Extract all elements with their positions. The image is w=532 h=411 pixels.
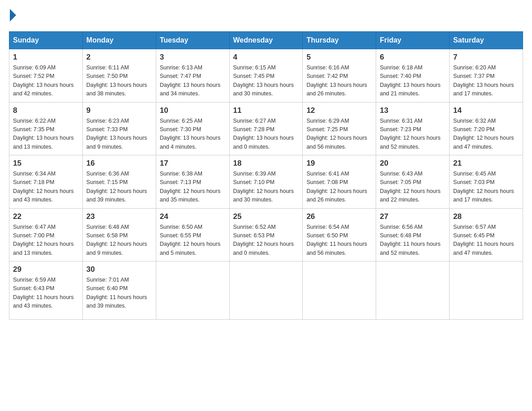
day-number: 28 <box>453 212 519 221</box>
day-info: Sunrise: 6:34 AMSunset: 7:18 PMDaylight:… <box>13 171 74 203</box>
day-number: 20 <box>380 159 446 168</box>
calendar-week-row: 8 Sunrise: 6:22 AMSunset: 7:35 PMDayligh… <box>9 102 523 155</box>
day-number: 22 <box>13 212 79 221</box>
day-info: Sunrise: 6:13 AMSunset: 7:47 PMDaylight:… <box>160 64 221 97</box>
calendar-day-cell: 3 Sunrise: 6:13 AMSunset: 7:47 PMDayligh… <box>156 49 229 103</box>
calendar-day-header: Sunday <box>9 32 83 49</box>
calendar-table: SundayMondayTuesdayWednesdayThursdayFrid… <box>9 31 523 320</box>
day-number: 18 <box>233 159 299 168</box>
day-info: Sunrise: 6:27 AMSunset: 7:28 PMDaylight:… <box>233 118 294 150</box>
day-info: Sunrise: 6:36 AMSunset: 7:15 PMDaylight:… <box>86 171 147 203</box>
calendar-day-cell: 24 Sunrise: 6:50 AMSunset: 6:55 PMDaylig… <box>156 208 229 261</box>
calendar-header-row: SundayMondayTuesdayWednesdayThursdayFrid… <box>9 32 523 49</box>
calendar-day-cell: 10 Sunrise: 6:25 AMSunset: 7:30 PMDaylig… <box>156 102 229 155</box>
calendar-day-header: Tuesday <box>156 32 229 49</box>
day-number: 9 <box>86 106 152 115</box>
calendar-day-cell <box>376 261 450 320</box>
calendar-day-cell: 21 Sunrise: 6:45 AMSunset: 7:03 PMDaylig… <box>450 155 523 209</box>
day-number: 30 <box>86 265 152 274</box>
day-info: Sunrise: 7:01 AMSunset: 6:40 PMDaylight:… <box>86 277 147 309</box>
calendar-week-row: 1 Sunrise: 6:09 AMSunset: 7:52 PMDayligh… <box>9 49 523 103</box>
calendar-day-cell: 27 Sunrise: 6:56 AMSunset: 6:48 PMDaylig… <box>376 208 450 261</box>
day-number: 29 <box>13 265 79 274</box>
calendar-day-cell: 2 Sunrise: 6:11 AMSunset: 7:50 PMDayligh… <box>82 49 156 103</box>
day-info: Sunrise: 6:54 AMSunset: 6:50 PMDaylight:… <box>306 224 367 256</box>
calendar-day-cell: 20 Sunrise: 6:43 AMSunset: 7:05 PMDaylig… <box>376 155 450 209</box>
day-number: 13 <box>380 106 446 115</box>
calendar-week-row: 15 Sunrise: 6:34 AMSunset: 7:18 PMDaylig… <box>9 155 523 209</box>
day-info: Sunrise: 6:59 AMSunset: 6:43 PMDaylight:… <box>13 277 74 309</box>
day-info: Sunrise: 6:22 AMSunset: 7:35 PMDaylight:… <box>13 118 74 150</box>
calendar-day-cell <box>156 261 229 320</box>
day-number: 23 <box>86 212 152 221</box>
calendar-day-cell: 22 Sunrise: 6:47 AMSunset: 7:00 PMDaylig… <box>9 208 83 261</box>
calendar-day-header: Thursday <box>303 32 376 49</box>
calendar-day-cell: 12 Sunrise: 6:29 AMSunset: 7:25 PMDaylig… <box>303 102 376 155</box>
calendar-day-cell: 5 Sunrise: 6:16 AMSunset: 7:42 PMDayligh… <box>303 49 376 103</box>
calendar-day-cell: 30 Sunrise: 7:01 AMSunset: 6:40 PMDaylig… <box>82 261 156 320</box>
calendar-day-cell: 1 Sunrise: 6:09 AMSunset: 7:52 PMDayligh… <box>9 49 83 103</box>
day-number: 14 <box>453 106 519 115</box>
day-info: Sunrise: 6:18 AMSunset: 7:40 PMDaylight:… <box>380 64 441 97</box>
calendar-day-cell: 7 Sunrise: 6:20 AMSunset: 7:37 PMDayligh… <box>450 49 523 103</box>
calendar-day-cell: 29 Sunrise: 6:59 AMSunset: 6:43 PMDaylig… <box>9 261 83 320</box>
calendar-day-cell <box>229 261 303 320</box>
day-info: Sunrise: 6:11 AMSunset: 7:50 PMDaylight:… <box>86 64 147 97</box>
day-info: Sunrise: 6:56 AMSunset: 6:48 PMDaylight:… <box>380 224 441 256</box>
day-number: 12 <box>306 106 372 115</box>
day-info: Sunrise: 6:32 AMSunset: 7:20 PMDaylight:… <box>453 118 514 150</box>
day-number: 5 <box>306 53 372 62</box>
day-number: 4 <box>233 53 299 62</box>
calendar-day-cell: 13 Sunrise: 6:31 AMSunset: 7:23 PMDaylig… <box>376 102 450 155</box>
day-number: 16 <box>86 159 152 168</box>
day-info: Sunrise: 6:29 AMSunset: 7:25 PMDaylight:… <box>306 118 367 150</box>
day-info: Sunrise: 6:25 AMSunset: 7:30 PMDaylight:… <box>160 118 221 150</box>
calendar-day-header: Saturday <box>450 32 523 49</box>
calendar-day-cell: 16 Sunrise: 6:36 AMSunset: 7:15 PMDaylig… <box>82 155 156 209</box>
calendar-day-cell: 11 Sunrise: 6:27 AMSunset: 7:28 PMDaylig… <box>229 102 303 155</box>
page-header <box>9 9 523 22</box>
day-info: Sunrise: 6:47 AMSunset: 7:00 PMDaylight:… <box>13 224 74 256</box>
day-number: 3 <box>160 53 226 62</box>
day-info: Sunrise: 6:20 AMSunset: 7:37 PMDaylight:… <box>453 64 514 97</box>
day-info: Sunrise: 6:43 AMSunset: 7:05 PMDaylight:… <box>380 171 441 203</box>
calendar-day-cell: 6 Sunrise: 6:18 AMSunset: 7:40 PMDayligh… <box>376 49 450 103</box>
day-info: Sunrise: 6:31 AMSunset: 7:23 PMDaylight:… <box>380 118 441 150</box>
day-number: 7 <box>453 53 519 62</box>
day-number: 26 <box>306 212 372 221</box>
day-info: Sunrise: 6:50 AMSunset: 6:55 PMDaylight:… <box>160 224 221 256</box>
calendar-day-cell: 17 Sunrise: 6:38 AMSunset: 7:13 PMDaylig… <box>156 155 229 209</box>
day-number: 1 <box>13 53 79 62</box>
calendar-day-cell: 28 Sunrise: 6:57 AMSunset: 6:45 PMDaylig… <box>450 208 523 261</box>
day-number: 6 <box>380 53 446 62</box>
calendar-day-cell: 9 Sunrise: 6:23 AMSunset: 7:33 PMDayligh… <box>82 102 156 155</box>
day-info: Sunrise: 6:39 AMSunset: 7:10 PMDaylight:… <box>233 171 294 203</box>
day-info: Sunrise: 6:52 AMSunset: 6:53 PMDaylight:… <box>233 224 294 256</box>
calendar-day-cell <box>303 261 376 320</box>
day-number: 2 <box>86 53 152 62</box>
calendar-day-cell: 4 Sunrise: 6:15 AMSunset: 7:45 PMDayligh… <box>229 49 303 103</box>
day-info: Sunrise: 6:16 AMSunset: 7:42 PMDaylight:… <box>306 64 367 97</box>
calendar-day-cell: 23 Sunrise: 6:48 AMSunset: 6:58 PMDaylig… <box>82 208 156 261</box>
day-number: 21 <box>453 159 519 168</box>
calendar-day-header: Monday <box>82 32 156 49</box>
calendar-week-row: 22 Sunrise: 6:47 AMSunset: 7:00 PMDaylig… <box>9 208 523 261</box>
day-info: Sunrise: 6:38 AMSunset: 7:13 PMDaylight:… <box>160 171 221 203</box>
day-info: Sunrise: 6:09 AMSunset: 7:52 PMDaylight:… <box>13 64 74 97</box>
day-number: 24 <box>160 212 226 221</box>
calendar-day-cell: 14 Sunrise: 6:32 AMSunset: 7:20 PMDaylig… <box>450 102 523 155</box>
day-info: Sunrise: 6:41 AMSunset: 7:08 PMDaylight:… <box>306 171 367 203</box>
logo-arrow-icon <box>10 9 16 21</box>
calendar-day-header: Friday <box>376 32 450 49</box>
day-info: Sunrise: 6:57 AMSunset: 6:45 PMDaylight:… <box>453 224 514 256</box>
day-number: 19 <box>306 159 372 168</box>
calendar-day-header: Wednesday <box>229 32 303 49</box>
day-info: Sunrise: 6:23 AMSunset: 7:33 PMDaylight:… <box>86 118 147 150</box>
day-number: 8 <box>13 106 79 115</box>
calendar-day-cell: 8 Sunrise: 6:22 AMSunset: 7:35 PMDayligh… <box>9 102 83 155</box>
day-info: Sunrise: 6:45 AMSunset: 7:03 PMDaylight:… <box>453 171 514 203</box>
calendar-day-cell: 25 Sunrise: 6:52 AMSunset: 6:53 PMDaylig… <box>229 208 303 261</box>
calendar-day-cell: 15 Sunrise: 6:34 AMSunset: 7:18 PMDaylig… <box>9 155 83 209</box>
logo <box>9 9 16 22</box>
calendar-day-cell: 26 Sunrise: 6:54 AMSunset: 6:50 PMDaylig… <box>303 208 376 261</box>
